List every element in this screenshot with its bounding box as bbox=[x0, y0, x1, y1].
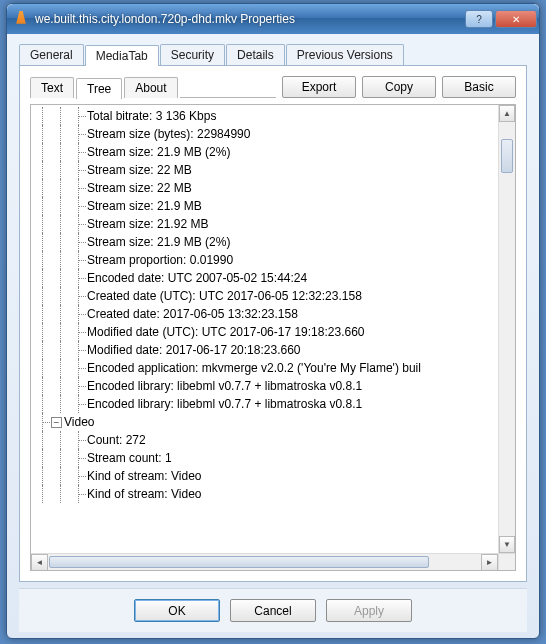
tree-label: Total bitrate: 3 136 Kbps bbox=[87, 109, 216, 123]
close-button[interactable]: ✕ bbox=[495, 10, 537, 28]
outer-tabstrip: General MediaTab Security Details Previo… bbox=[13, 40, 533, 65]
tab-about[interactable]: About bbox=[124, 77, 177, 98]
tree-row[interactable]: Stream size (bytes): 22984990 bbox=[33, 125, 498, 143]
inner-tabstrip: Text Tree About bbox=[30, 77, 276, 98]
tree-row[interactable]: Modified date: 2017-06-17 20:18:23.660 bbox=[33, 341, 498, 359]
tab-tree[interactable]: Tree bbox=[76, 78, 122, 99]
tree-label: Count: 272 bbox=[87, 433, 146, 447]
basic-button[interactable]: Basic bbox=[442, 76, 516, 98]
scroll-down-icon[interactable]: ▼ bbox=[499, 536, 515, 553]
tree-label: Stream count: 1 bbox=[87, 451, 172, 465]
tree-label: Modified date: 2017-06-17 20:18:23.660 bbox=[87, 343, 301, 357]
tree-label: Encoded application: mkvmerge v2.0.2 ('Y… bbox=[87, 361, 421, 375]
tab-security[interactable]: Security bbox=[160, 44, 225, 65]
tree-row[interactable]: Encoded library: libebml v0.7.7 + libmat… bbox=[33, 377, 498, 395]
tab-mediatab[interactable]: MediaTab bbox=[85, 45, 159, 66]
tree-label: Video bbox=[64, 415, 94, 429]
horizontal-scrollbar[interactable]: ◄ ► bbox=[31, 553, 498, 570]
tree-row[interactable]: −Video bbox=[33, 413, 498, 431]
tree-row[interactable]: Stream size: 21.92 MB bbox=[33, 215, 498, 233]
scroll-right-icon[interactable]: ► bbox=[481, 554, 498, 571]
tree-content: Total bitrate: 3 136 KbpsStream size (by… bbox=[31, 105, 498, 553]
tree-row[interactable]: Stream size: 21.9 MB bbox=[33, 197, 498, 215]
tree-row[interactable]: Stream size: 22 MB bbox=[33, 179, 498, 197]
apply-button: Apply bbox=[326, 599, 412, 622]
help-button[interactable]: ? bbox=[465, 10, 493, 28]
tab-general[interactable]: General bbox=[19, 44, 84, 65]
tree-label: Modified date (UTC): UTC 2017-06-17 19:1… bbox=[87, 325, 364, 339]
vscroll-thumb[interactable] bbox=[501, 139, 513, 173]
vlc-icon bbox=[13, 11, 29, 27]
tab-details[interactable]: Details bbox=[226, 44, 285, 65]
hscroll-thumb[interactable] bbox=[49, 556, 429, 568]
tree-label: Stream proportion: 0.01990 bbox=[87, 253, 233, 267]
tab-previous-versions[interactable]: Previous Versions bbox=[286, 44, 404, 65]
tree-row[interactable]: Count: 272 bbox=[33, 431, 498, 449]
tree-row[interactable]: Encoded date: UTC 2007-05-02 15:44:24 bbox=[33, 269, 498, 287]
mediatab-panel: Text Tree About Export Copy Basic Total … bbox=[19, 65, 527, 582]
close-icon: ✕ bbox=[512, 14, 520, 25]
tab-text[interactable]: Text bbox=[30, 77, 74, 98]
scroll-left-icon[interactable]: ◄ bbox=[31, 554, 48, 571]
tree-row[interactable]: Stream count: 1 bbox=[33, 449, 498, 467]
help-icon: ? bbox=[476, 14, 482, 25]
scroll-corner bbox=[498, 553, 515, 570]
tree-row[interactable]: Stream size: 21.9 MB (2%) bbox=[33, 233, 498, 251]
tree-label: Stream size: 21.92 MB bbox=[87, 217, 208, 231]
tree-label: Stream size: 22 MB bbox=[87, 163, 192, 177]
tree-label: Stream size (bytes): 22984990 bbox=[87, 127, 250, 141]
tree-label: Encoded library: libebml v0.7.7 + libmat… bbox=[87, 397, 362, 411]
export-button[interactable]: Export bbox=[282, 76, 356, 98]
tree-row[interactable]: Created date: 2017-06-05 13:32:23.158 bbox=[33, 305, 498, 323]
tree-row[interactable]: Kind of stream: Video bbox=[33, 467, 498, 485]
inner-toolbar: Text Tree About Export Copy Basic bbox=[30, 76, 516, 98]
tree-row[interactable]: Created date (UTC): UTC 2017-06-05 12:32… bbox=[33, 287, 498, 305]
tree-row[interactable]: Modified date (UTC): UTC 2017-06-17 19:1… bbox=[33, 323, 498, 341]
tree-label: Stream size: 22 MB bbox=[87, 181, 192, 195]
tree-label: Created date (UTC): UTC 2017-06-05 12:32… bbox=[87, 289, 362, 303]
copy-button[interactable]: Copy bbox=[362, 76, 436, 98]
tree-label: Encoded library: libebml v0.7.7 + libmat… bbox=[87, 379, 362, 393]
window-title: we.built.this.city.london.720p-dhd.mkv P… bbox=[35, 12, 463, 26]
tree-view[interactable]: Total bitrate: 3 136 KbpsStream size (by… bbox=[30, 104, 516, 571]
scroll-up-icon[interactable]: ▲ bbox=[499, 105, 515, 122]
tree-row[interactable]: Encoded library: libebml v0.7.7 + libmat… bbox=[33, 395, 498, 413]
tree-row[interactable]: Kind of stream: Video bbox=[33, 485, 498, 503]
tree-label: Stream size: 21.9 MB (2%) bbox=[87, 145, 230, 159]
tree-label: Stream size: 21.9 MB bbox=[87, 199, 202, 213]
client-area: General MediaTab Security Details Previo… bbox=[13, 40, 533, 632]
vertical-scrollbar[interactable]: ▲ ▼ bbox=[498, 105, 515, 553]
tree-row[interactable]: Stream size: 21.9 MB (2%) bbox=[33, 143, 498, 161]
properties-window: we.built.this.city.london.720p-dhd.mkv P… bbox=[6, 3, 540, 639]
ok-button[interactable]: OK bbox=[134, 599, 220, 622]
tree-row[interactable]: Encoded application: mkvmerge v2.0.2 ('Y… bbox=[33, 359, 498, 377]
dialog-footer: OK Cancel Apply bbox=[19, 588, 527, 632]
tree-label: Kind of stream: Video bbox=[87, 469, 202, 483]
tree-row[interactable]: Stream proportion: 0.01990 bbox=[33, 251, 498, 269]
titlebar[interactable]: we.built.this.city.london.720p-dhd.mkv P… bbox=[7, 4, 539, 34]
tree-label: Created date: 2017-06-05 13:32:23.158 bbox=[87, 307, 298, 321]
tree-label: Stream size: 21.9 MB (2%) bbox=[87, 235, 230, 249]
cancel-button[interactable]: Cancel bbox=[230, 599, 316, 622]
tree-row[interactable]: Total bitrate: 3 136 Kbps bbox=[33, 107, 498, 125]
collapse-icon[interactable]: − bbox=[51, 417, 62, 428]
tree-label: Kind of stream: Video bbox=[87, 487, 202, 501]
tree-row[interactable]: Stream size: 22 MB bbox=[33, 161, 498, 179]
tree-label: Encoded date: UTC 2007-05-02 15:44:24 bbox=[87, 271, 307, 285]
